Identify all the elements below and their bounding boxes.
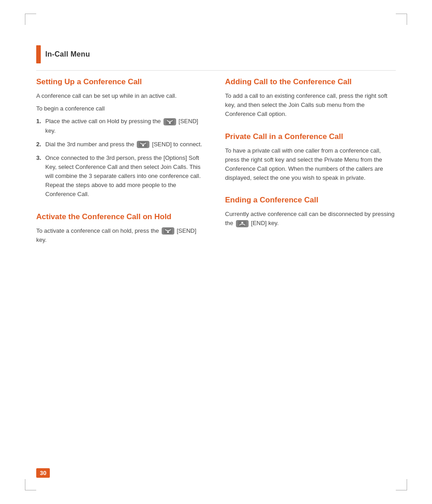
right-column: Adding Call to the Conference Call To ad… — [225, 77, 396, 257]
section-activate: Activate the Conference Call on Hold To … — [36, 212, 207, 245]
corner-tl-horizontal — [25, 14, 36, 14]
header-accent-bar — [36, 45, 41, 63]
adding-body-text: To add a call to an existing conference … — [225, 91, 396, 119]
step-2-num: 2. — [36, 140, 43, 149]
section-ending-body: Currently active conference call can be … — [225, 210, 396, 228]
page-title: In-Call Menu — [45, 50, 90, 58]
corner-tr-vertical — [407, 14, 407, 25]
section-ending-title: Ending a Conference Call — [225, 195, 396, 205]
page: In-Call Menu Setting Up a Conference Cal… — [0, 0, 432, 504]
send-button-icon-2 — [137, 141, 149, 148]
step-3-num: 3. — [36, 154, 43, 163]
section-activate-title: Activate the Conference Call on Hold — [36, 212, 207, 222]
step-2: 2. Dial the 3rd number and press the — [36, 140, 207, 149]
private-body-text: To have a private call with one caller f… — [225, 146, 396, 183]
section-private: Private Call in a Conference Call To hav… — [225, 132, 396, 183]
section-adding: Adding Call to the Conference Call To ad… — [225, 77, 396, 119]
section-setting-up: Setting Up a Conference Call A conferenc… — [36, 77, 207, 199]
svg-rect-1 — [169, 122, 171, 124]
page-header: In-Call Menu — [36, 45, 90, 63]
svg-rect-5 — [167, 231, 169, 233]
corner-tl-vertical — [25, 14, 25, 25]
svg-rect-3 — [142, 145, 144, 146]
corner-bl-vertical — [25, 479, 25, 490]
step-3: 3. Once connected to the 3rd person, pre… — [36, 154, 207, 199]
section-private-title: Private Call in a Conference Call — [225, 132, 396, 142]
svg-rect-7 — [241, 222, 243, 223]
content-area: Setting Up a Conference Call A conferenc… — [36, 77, 396, 257]
section-private-body: To have a private call with one caller f… — [225, 146, 396, 183]
send-button-icon-1 — [163, 118, 176, 125]
step-1-num: 1. — [36, 117, 43, 126]
left-column: Setting Up a Conference Call A conferenc… — [36, 77, 207, 257]
setting-up-steps: 1. Place the active call on Hold by pres… — [36, 117, 207, 199]
send-button-icon-3 — [162, 227, 174, 235]
corner-br-horizontal — [396, 490, 407, 490]
setting-up-intro1: A conference call can be set up while in… — [36, 91, 207, 101]
corner-br-vertical — [407, 479, 407, 490]
corner-bl-horizontal — [25, 490, 36, 490]
setting-up-intro2: To begin a conference call — [36, 104, 207, 113]
step-1-content: Place the active call on Hold by pressin… — [45, 117, 207, 135]
section-setting-up-body: A conference call can be set up while in… — [36, 91, 207, 199]
section-setting-up-title: Setting Up a Conference Call — [36, 77, 207, 87]
page-number-area: 30 — [36, 469, 50, 477]
end-button-icon — [236, 220, 249, 227]
section-adding-body: To add a call to an existing conference … — [225, 91, 396, 119]
step-1: 1. Place the active call on Hold by pres… — [36, 117, 207, 135]
step-3-content: Once connected to the 3rd person, press … — [45, 154, 207, 199]
section-activate-body: To activate a conference call on hold, p… — [36, 226, 207, 245]
ending-body-text: Currently active conference call can be … — [225, 210, 396, 228]
page-number: 30 — [36, 468, 50, 478]
header-divider — [36, 70, 396, 71]
corner-tr-horizontal — [396, 14, 407, 14]
section-ending: Ending a Conference Call Currently activ… — [225, 195, 396, 228]
step-2-content: Dial the 3rd number and press the [SEND]… — [45, 140, 207, 149]
section-adding-title: Adding Call to the Conference Call — [225, 77, 396, 87]
activate-body: To activate a conference call on hold, p… — [36, 226, 207, 245]
